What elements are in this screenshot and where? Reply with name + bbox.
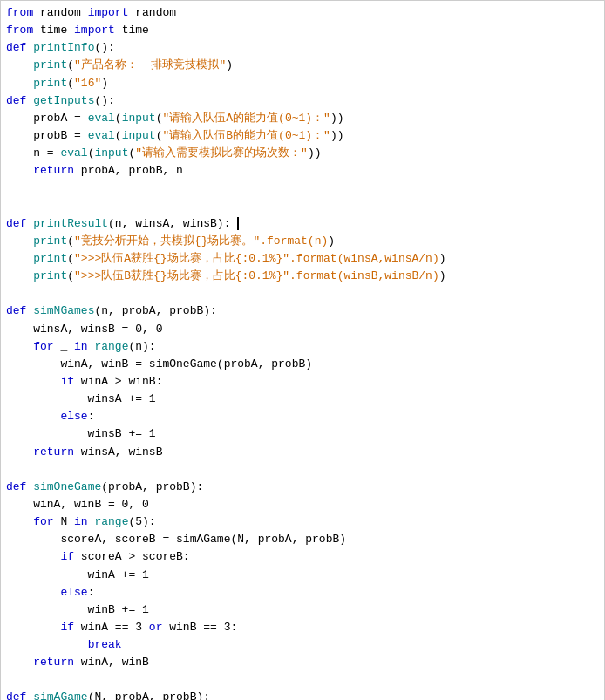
code-line-29: winA, winB = 0, 0: [6, 496, 599, 513]
code-line-28: def simOneGame(probA, probB):: [6, 479, 599, 496]
code-line-37: break: [6, 636, 599, 654]
code-line-20: for _ in range(n):: [6, 338, 599, 356]
code-line-36: if winA == 3 or winB == 3:: [6, 619, 599, 636]
code-line-8: probB = eval(input("请输入队伍B的能力值(0~1)：")): [6, 127, 599, 145]
code-line-4: print("产品名称： 排球竞技模拟"): [6, 57, 599, 74]
code-line-32: if scoreA > scoreB:: [6, 548, 599, 566]
code-line-25: winsB += 1: [6, 425, 599, 443]
code-line-1: from random import random: [6, 4, 599, 22]
code-line-18: def simNGames(n, probA, probB):: [6, 302, 599, 320]
code-line-30: for N in range(5):: [6, 513, 599, 531]
code-line-13: def printResult(n, winsA, winsB):: [6, 215, 599, 233]
code-line-2: from time import time: [6, 22, 599, 39]
code-line-9: n = eval(input("请输入需要模拟比赛的场次数：")): [6, 145, 599, 162]
code-line-26: return winsA, winsB: [6, 444, 599, 461]
code-line-27: [6, 461, 599, 479]
code-line-17: [6, 285, 599, 302]
code-line-12: [6, 198, 599, 215]
code-line-38: return winA, winB: [6, 654, 599, 671]
code-editor: from random import random from time impo…: [0, 0, 605, 700]
code-line-35: winB += 1: [6, 601, 599, 619]
code-line-14: print("竞技分析开始，共模拟{}场比赛。".format(n)): [6, 233, 599, 250]
code-line-15: print(">>>队伍A获胜{}场比赛，占比{:0.1%}".format(w…: [6, 250, 599, 268]
code-line-21: winA, winB = simOneGame(probA, probB): [6, 356, 599, 373]
code-line-31: scoreA, scoreB = simAGame(N, probA, prob…: [6, 531, 599, 548]
code-line-19: winsA, winsB = 0, 0: [6, 321, 599, 338]
code-line-10: return probA, probB, n: [6, 162, 599, 180]
code-line-3: def printInfo():: [6, 39, 599, 57]
code-line-7: probA = eval(input("请输入队伍A的能力值(0~1)：")): [6, 110, 599, 127]
code-line-24: else:: [6, 408, 599, 425]
code-line-22: if winA > winB:: [6, 373, 599, 391]
code-line-39: [6, 671, 599, 689]
code-line-23: winsA += 1: [6, 391, 599, 408]
code-line-11: [6, 180, 599, 197]
code-line-6: def getInputs():: [6, 92, 599, 110]
code-line-5: print("16"): [6, 75, 599, 92]
code-line-34: else:: [6, 584, 599, 601]
code-line-33: winA += 1: [6, 567, 599, 584]
code-line-16: print(">>>队伍B获胜{}场比赛，占比{:0.1%}".format(w…: [6, 268, 599, 285]
code-line-40: def simAGame(N, probA, probB):: [6, 689, 599, 700]
